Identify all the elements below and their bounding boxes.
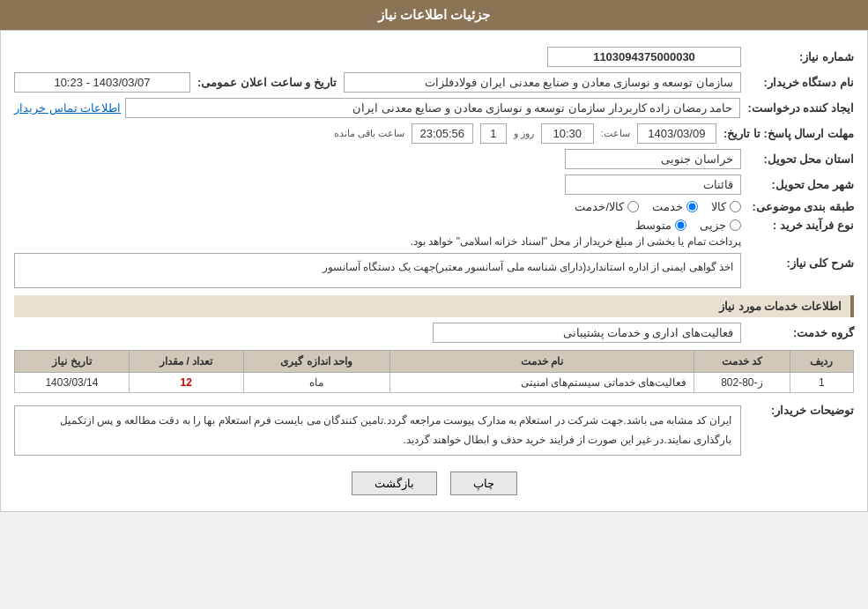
col-header-name: نام خدمت [389,351,694,373]
announce-date-value: 1403/03/07 - 10:23 [14,72,190,93]
procure-radio-motavaset[interactable]: متوسط [635,219,686,232]
page-title: جزئیات اطلاعات نیاز [378,7,490,22]
service-info-title: اطلاعات خدمات مورد نیاز [14,295,854,317]
col-header-qty: تعداد / مقدار [129,351,243,373]
response-deadline-label: مهلت ارسال پاسخ: تا تاریخ: [723,127,854,140]
need-number-label: شماره نیاز: [748,50,854,63]
action-buttons: چاپ بازگشت [14,472,854,495]
need-number-value: 1103094375000030 [547,47,741,67]
category-radio-kala[interactable]: کالا [711,200,741,213]
creator-value: حامد رمضان زاده کاربردار سازمان توسعه و … [125,98,740,118]
services-table: ردیف کد خدمت نام خدمت واحد اندازه گیری ت… [14,350,854,393]
cell-row-num: 1 [790,373,853,393]
buyer-org-value: سازمان توسعه و نوسازی معادن و صنایع معدن… [344,72,741,93]
cell-date: 1403/03/14 [15,373,130,393]
remaining-value: 23:05:56 [412,123,473,144]
time-label: ساعت: [601,128,630,139]
day-label: روز و [514,128,534,139]
procure-note: پرداخت تمام یا بخشی از مبلغ خریدار از مح… [411,235,741,248]
city-value: قائنات [565,175,741,195]
province-value: خراسان جنوبی [565,149,741,169]
province-label: استان محل تحویل: [748,152,854,166]
print-button[interactable]: چاپ [450,472,517,495]
cell-unit: ماه [243,373,389,393]
cell-qty: 12 [129,373,243,393]
col-header-row: ردیف [790,351,853,373]
page-header: جزئیات اطلاعات نیاز [0,0,868,30]
col-header-code: کد خدمت [694,351,790,373]
procure-radio-jozi[interactable]: جزیی [700,219,741,232]
response-time-value: 10:30 [541,123,594,144]
response-date-value: 1403/03/09 [637,123,716,144]
day-value: 1 [480,123,507,144]
table-row: 1 ز-80-802 فعالیت‌های خدماتی سیستم‌های ا… [15,373,854,393]
category-radio-khedmat[interactable]: خدمت [652,200,698,213]
cell-code: ز-80-802 [694,373,790,393]
col-header-date: تاریخ نیاز [15,351,130,373]
cell-name: فعالیت‌های خدماتی سیستم‌های امنیتی [389,373,694,393]
col-header-unit: واحد اندازه گیری [243,351,389,373]
creator-label: ایجاد کننده درخواست: [747,101,854,115]
need-desc-value: اخذ گواهی ایمنی از اداره استاندارد(دارای… [323,261,733,273]
buyer-notes-value: ایران کد مشابه می باشد.جهت شرکت در استعل… [60,414,731,446]
buyer-notes-label: توضیحات خریدار: [748,400,854,417]
procure-type-label: نوع فرآیند خرید : [748,219,854,232]
back-button[interactable]: بازگشت [352,472,437,495]
service-group-label: گروه خدمت: [748,326,854,339]
announce-date-label: تاریخ و ساعت اعلان عمومی: [197,76,337,89]
remaining-label: ساعت باقی مانده [334,128,404,139]
city-label: شهر محل تحویل: [748,178,854,191]
need-desc-label: شرح کلی نیاز: [748,253,854,270]
category-radio-kala-khedmat[interactable]: کالا/خدمت [575,200,639,213]
contact-info-link[interactable]: اطلاعات تماس خریدار [14,101,121,115]
buyer-org-label: نام دستگاه خریدار: [748,76,854,89]
category-label: طبقه بندی موضوعی: [748,200,854,213]
service-group-value: فعالیت‌های اداری و خدمات پشتیبانی [433,323,741,343]
